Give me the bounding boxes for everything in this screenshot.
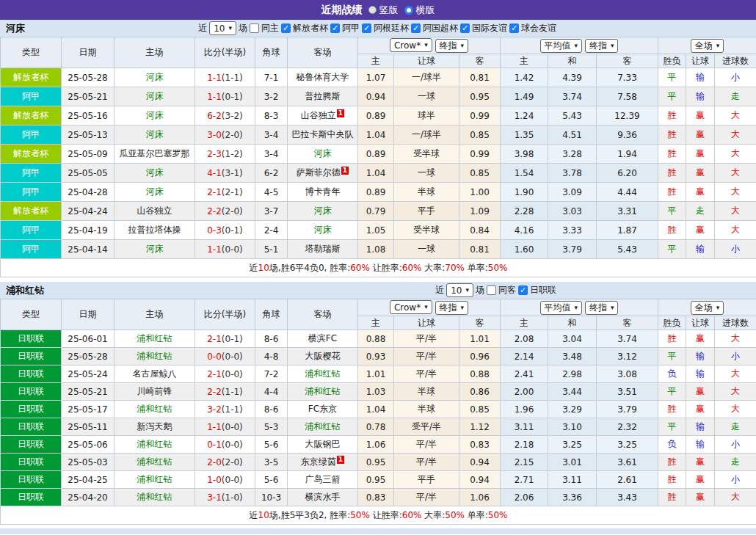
home-team-cell[interactable]: 浦和红钻: [115, 471, 195, 489]
league-cell[interactable]: 解放者杯: [1, 106, 62, 125]
away-team-cell[interactable]: 河床: [288, 202, 358, 221]
league-cell[interactable]: 阿甲: [1, 221, 62, 240]
radio-horizontal-layout[interactable]: 横版: [404, 4, 435, 17]
league-cell[interactable]: 日职联: [1, 489, 62, 506]
period-select[interactable]: 全场▾: [691, 301, 724, 315]
odds-stage-select[interactable]: 终指▾: [435, 39, 469, 53]
score-cell[interactable]: 6-2(3-2): [195, 106, 255, 125]
league-cell[interactable]: 解放者杯: [1, 145, 62, 164]
league-cell[interactable]: 日职联: [1, 401, 62, 418]
score-cell[interactable]: 2-2(1-1): [195, 383, 255, 401]
home-team-cell[interactable]: 瓜亚基尔巴塞罗那: [115, 145, 195, 164]
home-team-cell[interactable]: 浦和红钻: [115, 436, 195, 454]
home-team-cell[interactable]: 浦和红钻: [115, 489, 195, 506]
league-checkbox[interactable]: ✓: [518, 285, 528, 295]
home-team-cell[interactable]: 河床: [115, 87, 195, 106]
score-cell[interactable]: 2-1(2-1): [195, 183, 255, 202]
league-cell[interactable]: 日职联: [1, 348, 62, 365]
home-team-cell[interactable]: 河床: [115, 164, 195, 183]
away-team-cell[interactable]: 塔勒瑞斯: [288, 240, 358, 259]
home-team-cell[interactable]: 河床: [115, 106, 195, 125]
score-cell[interactable]: 2-3(1-2): [195, 145, 255, 164]
period-select[interactable]: 全场▾: [691, 39, 724, 53]
odds-stage-select[interactable]: 终指▾: [435, 301, 469, 315]
league-cell[interactable]: 解放者杯: [1, 202, 62, 221]
score-cell[interactable]: 3-0(2-0): [195, 125, 255, 145]
away-team-cell[interactable]: 横滨FC: [288, 330, 358, 348]
bookmaker-select[interactable]: Crow*▾: [390, 300, 432, 314]
league-cell[interactable]: 解放者杯: [1, 68, 62, 87]
league-cell[interactable]: 阿甲: [1, 125, 62, 145]
league-cell[interactable]: 阿甲: [1, 240, 62, 259]
same-venue-checkbox[interactable]: [487, 285, 496, 295]
league-checkbox[interactable]: ✓: [330, 23, 340, 33]
away-team-cell[interactable]: 秘鲁体育大学: [288, 68, 358, 87]
home-team-cell[interactable]: 河床: [115, 68, 195, 87]
score-cell[interactable]: 3-2(1-1): [195, 401, 255, 418]
league-cell[interactable]: 日职联: [1, 436, 62, 454]
league-cell[interactable]: 日职联: [1, 471, 62, 489]
home-team-cell[interactable]: 名古屋鲸八: [115, 365, 195, 383]
score-cell[interactable]: 2-1(0-0): [195, 365, 255, 383]
league-cell[interactable]: 阿甲: [1, 87, 62, 106]
score-cell[interactable]: 1-1(0-0): [195, 418, 255, 436]
home-team-cell[interactable]: 拉普拉塔体操: [115, 221, 195, 240]
league-cell[interactable]: 阿甲: [1, 164, 62, 183]
games-count-select[interactable]: 10▾: [209, 21, 236, 35]
away-team-cell[interactable]: 巴拉卡斯中央队: [288, 125, 358, 145]
score-cell[interactable]: 3-1(1-0): [195, 489, 255, 506]
league-cell[interactable]: 阿甲: [1, 183, 62, 202]
away-team-cell[interactable]: 萨斯菲尔德1: [288, 164, 358, 183]
same-venue-checkbox[interactable]: [250, 23, 259, 33]
score-cell[interactable]: 1-1(1-1): [195, 68, 255, 87]
league-cell[interactable]: 日职联: [1, 365, 62, 383]
games-count-select[interactable]: 10▾: [446, 283, 473, 297]
home-team-cell[interactable]: 河床: [115, 183, 195, 202]
league-checkbox[interactable]: ✓: [460, 23, 470, 33]
league-cell[interactable]: 日职联: [1, 418, 62, 436]
radio-vertical-layout[interactable]: 竖版: [368, 4, 399, 17]
away-team-cell[interactable]: 横滨水手: [288, 489, 358, 506]
home-team-cell[interactable]: 山谷独立: [115, 202, 195, 221]
average-select[interactable]: 平均值▾: [540, 39, 583, 53]
score-cell[interactable]: 2-2(2-0): [195, 202, 255, 221]
away-team-cell[interactable]: 普拉腾斯: [288, 87, 358, 106]
score-cell[interactable]: 4-1(3-1): [195, 164, 255, 183]
league-checkbox[interactable]: ✓: [362, 23, 371, 33]
score-cell[interactable]: 2-0(2-0): [195, 454, 255, 471]
score-cell[interactable]: 1-1(0-1): [195, 87, 255, 106]
home-team-cell[interactable]: 河床: [115, 240, 195, 259]
away-team-cell[interactable]: 大阪钢巴: [288, 436, 358, 454]
league-checkbox[interactable]: ✓: [509, 23, 519, 33]
away-team-cell[interactable]: 大阪樱花: [288, 348, 358, 365]
league-checkbox[interactable]: ✓: [281, 23, 291, 33]
away-team-cell[interactable]: 浦和红钻: [288, 383, 358, 401]
score-cell[interactable]: 2-1(0-1): [195, 330, 255, 348]
score-cell[interactable]: 0-1(0-0): [195, 436, 255, 454]
away-team-cell[interactable]: 浦和红钻: [288, 365, 358, 383]
away-team-cell[interactable]: 东京绿茵1: [288, 454, 358, 471]
home-team-cell[interactable]: 川崎前锋: [115, 383, 195, 401]
away-team-cell[interactable]: 山谷独立1: [288, 106, 358, 125]
away-team-cell[interactable]: 广岛三箭: [288, 471, 358, 489]
home-team-cell[interactable]: 新泻天鹅: [115, 418, 195, 436]
away-team-cell[interactable]: 河床: [288, 145, 358, 164]
bookmaker-select[interactable]: Crow*▾: [390, 38, 432, 52]
score-cell[interactable]: 1-0(0-0): [195, 471, 255, 489]
odds-stage-select[interactable]: 终指▾: [585, 39, 619, 53]
away-team-cell[interactable]: 河床: [288, 221, 358, 240]
home-team-cell[interactable]: 浦和红钻: [115, 454, 195, 471]
average-select[interactable]: 平均值▾: [540, 301, 583, 315]
league-checkbox[interactable]: ✓: [411, 23, 421, 33]
score-cell[interactable]: 1-1(0-0): [195, 240, 255, 259]
away-team-cell[interactable]: 浦和红钻: [288, 418, 358, 436]
league-cell[interactable]: 日职联: [1, 330, 62, 348]
away-team-cell[interactable]: 博卡青年: [288, 183, 358, 202]
home-team-cell[interactable]: 河床: [115, 125, 195, 145]
away-team-cell[interactable]: FC东京: [288, 401, 358, 418]
home-team-cell[interactable]: 浦和红钻: [115, 330, 195, 348]
score-cell[interactable]: 0-3(0-1): [195, 221, 255, 240]
score-cell[interactable]: 0-0(0-0): [195, 348, 255, 365]
odds-stage-select[interactable]: 终指▾: [585, 301, 619, 315]
home-team-cell[interactable]: 浦和红钻: [115, 401, 195, 418]
